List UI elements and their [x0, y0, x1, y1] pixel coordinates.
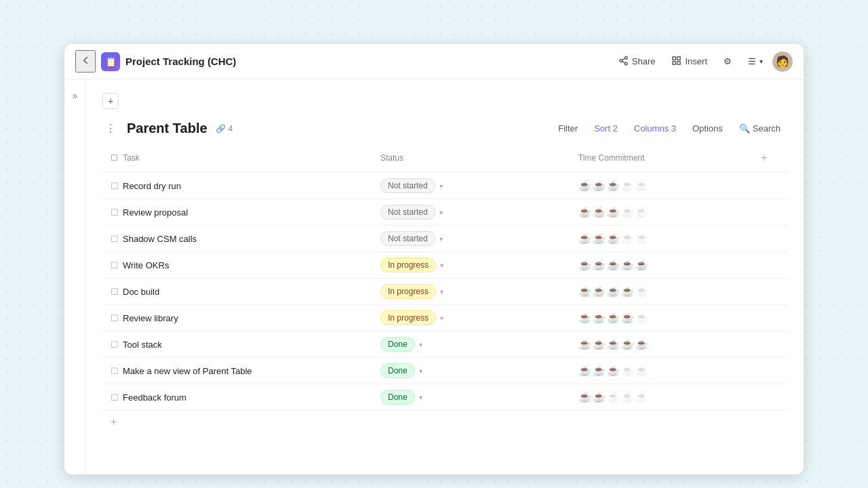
coffee-cup-5[interactable]: ☕ — [635, 312, 648, 324]
insert-button[interactable]: Insert — [665, 52, 714, 71]
sort-button[interactable]: Sort 2 — [587, 120, 625, 137]
status-dropdown-arrow[interactable]: ▾ — [419, 367, 422, 375]
coffee-cup-2[interactable]: ☕ — [593, 312, 606, 324]
status-dropdown-arrow[interactable]: ▾ — [419, 394, 422, 401]
menu-button[interactable]: ☰ ▾ — [741, 53, 770, 70]
time-cell: ☕☕☕☕☕ — [570, 305, 750, 331]
status-badge[interactable]: In progress — [380, 310, 436, 325]
coffee-cup-1[interactable]: ☕ — [578, 338, 591, 350]
status-badge[interactable]: Not started — [380, 178, 435, 193]
status-cell: In progress ▾ — [372, 252, 570, 279]
coffee-cup-1[interactable]: ☕ — [578, 206, 591, 218]
breadcrumb-input[interactable] — [124, 96, 260, 106]
back-button[interactable] — [75, 50, 96, 73]
status-dropdown-arrow[interactable]: ▾ — [440, 288, 443, 296]
coffee-cup-3[interactable]: ☕ — [607, 232, 620, 245]
coffee-cup-4[interactable]: ☕ — [621, 312, 634, 324]
coffee-cup-3[interactable]: ☕ — [607, 312, 620, 324]
coffee-cup-4[interactable]: ☕ — [621, 232, 634, 245]
task-row-icon: ☐ — [111, 366, 119, 376]
coffee-cup-4[interactable]: ☕ — [621, 206, 634, 218]
add-column-button[interactable]: + — [758, 149, 770, 167]
coffee-cup-4[interactable]: ☕ — [621, 338, 634, 350]
status-dropdown-arrow[interactable]: ▾ — [419, 341, 422, 348]
coffee-rating[interactable]: ☕☕☕☕☕ — [578, 259, 742, 271]
coffee-cup-2[interactable]: ☕ — [593, 232, 606, 245]
status-dropdown-arrow[interactable]: ▾ — [439, 235, 443, 243]
task-cell: ☐Record dry run — [102, 173, 372, 199]
coffee-cup-5[interactable]: ☕ — [635, 259, 648, 271]
coffee-cup-5[interactable]: ☕ — [635, 285, 648, 298]
coffee-rating[interactable]: ☕☕☕☕☕ — [578, 365, 742, 377]
status-badge[interactable]: Done — [380, 337, 415, 352]
filter-button[interactable]: Filter — [551, 120, 585, 137]
status-badge[interactable]: Done — [380, 363, 415, 378]
coffee-cup-2[interactable]: ☕ — [593, 259, 606, 271]
coffee-cup-4[interactable]: ☕ — [621, 180, 634, 192]
status-badge[interactable]: Not started — [380, 205, 435, 220]
coffee-cup-2[interactable]: ☕ — [593, 285, 606, 298]
coffee-cup-4[interactable]: ☕ — [621, 365, 634, 377]
coffee-cup-3[interactable]: ☕ — [607, 285, 620, 298]
status-badge[interactable]: In progress — [380, 258, 436, 272]
share-button[interactable]: Share — [612, 52, 663, 71]
status-dropdown-arrow[interactable]: ▾ — [439, 182, 443, 190]
search-button[interactable]: 🔍 Search — [732, 120, 787, 137]
doc-icon: 📋 — [101, 52, 120, 71]
coffee-cup-1[interactable]: ☕ — [578, 365, 591, 377]
status-dropdown-arrow[interactable]: ▾ — [440, 262, 443, 269]
avatar[interactable]: 🧑 — [772, 52, 793, 72]
coffee-cup-5[interactable]: ☕ — [635, 206, 648, 218]
coffee-rating[interactable]: ☕☕☕☕☕ — [578, 312, 742, 324]
coffee-cup-3[interactable]: ☕ — [607, 259, 620, 271]
add-cell — [750, 358, 787, 384]
columns-button[interactable]: Columns 3 — [627, 120, 683, 137]
coffee-cup-5[interactable]: ☕ — [635, 338, 648, 350]
coffee-rating[interactable]: ☕☕☕☕☕ — [578, 232, 742, 245]
coffee-cup-2[interactable]: ☕ — [593, 180, 606, 192]
coffee-cup-5[interactable]: ☕ — [635, 232, 648, 245]
coffee-cup-2[interactable]: ☕ — [593, 338, 606, 350]
coffee-cup-3[interactable]: ☕ — [607, 391, 620, 403]
coffee-cup-1[interactable]: ☕ — [578, 232, 591, 245]
coffee-cup-3[interactable]: ☕ — [607, 206, 620, 218]
status-dropdown-arrow[interactable]: ▾ — [440, 314, 443, 322]
coffee-cup-3[interactable]: ☕ — [607, 365, 620, 377]
coffee-rating[interactable]: ☕☕☕☕☕ — [578, 180, 742, 192]
coffee-cup-1[interactable]: ☕ — [578, 285, 591, 298]
coffee-cup-4[interactable]: ☕ — [621, 259, 634, 271]
task-row-icon: ☐ — [111, 340, 119, 350]
status-dropdown-arrow[interactable]: ▾ — [439, 209, 443, 216]
add-row-button[interactable]: + — [102, 413, 125, 431]
status-badge[interactable]: In progress — [380, 284, 436, 299]
coffee-cup-4[interactable]: ☕ — [621, 391, 634, 403]
row-options-icon[interactable]: ⋮ — [102, 121, 119, 136]
sidebar-toggle-button[interactable]: » — [64, 79, 86, 474]
options-button[interactable]: Options — [686, 120, 730, 137]
coffee-cup-1[interactable]: ☕ — [578, 259, 591, 271]
add-page-button[interactable]: + — [102, 93, 119, 109]
settings-button[interactable]: ⚙ — [717, 53, 738, 70]
coffee-cup-1[interactable]: ☕ — [578, 391, 591, 403]
coffee-cup-5[interactable]: ☕ — [635, 391, 648, 403]
coffee-cup-5[interactable]: ☕ — [635, 365, 648, 377]
coffee-cup-3[interactable]: ☕ — [607, 338, 620, 350]
coffee-rating[interactable]: ☕☕☕☕☕ — [578, 338, 742, 350]
coffee-cup-1[interactable]: ☕ — [578, 312, 591, 324]
coffee-cup-2[interactable]: ☕ — [593, 365, 606, 377]
time-cell: ☕☕☕☕☕ — [570, 331, 750, 358]
coffee-cup-3[interactable]: ☕ — [607, 180, 620, 192]
coffee-rating[interactable]: ☕☕☕☕☕ — [578, 206, 742, 218]
menu-icon: ☰ — [748, 56, 756, 66]
coffee-rating[interactable]: ☕☕☕☕☕ — [578, 285, 742, 298]
coffee-cup-1[interactable]: ☕ — [578, 180, 591, 192]
coffee-cup-2[interactable]: ☕ — [593, 206, 606, 218]
coffee-rating[interactable]: ☕☕☕☕☕ — [578, 391, 742, 403]
link-badge[interactable]: 🔗 4 — [216, 124, 233, 134]
coffee-cup-2[interactable]: ☕ — [593, 391, 606, 403]
coffee-cup-5[interactable]: ☕ — [635, 180, 648, 192]
status-badge[interactable]: Done — [380, 390, 415, 405]
status-badge[interactable]: Not started — [380, 231, 435, 246]
main-content: + ⋮ Parent Table 🔗 4 Filter Sort 2 — [86, 79, 804, 474]
coffee-cup-4[interactable]: ☕ — [621, 285, 634, 298]
